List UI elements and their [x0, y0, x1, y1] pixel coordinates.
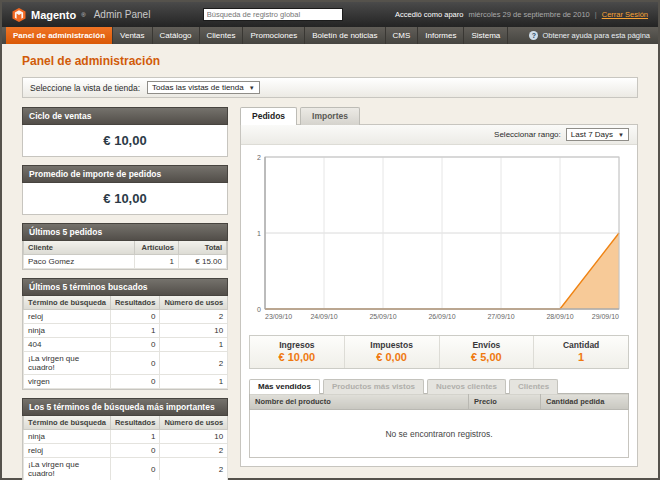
chart-tabs: Pedidos Importes — [240, 107, 638, 124]
nav-item-sales[interactable]: Ventas — [113, 27, 152, 44]
bestsellers-table: Nombre del producto Precio Cantidad pedi… — [249, 393, 629, 458]
last-search-table: Término de búsqueda Resultados Número de… — [23, 296, 228, 389]
column-header: Cliente — [24, 241, 135, 255]
store-view-bar: Seleccione la vista de tienda: Todas las… — [22, 77, 638, 98]
range-bar: Seleccionar rango: Last 7 Days ▼ — [241, 125, 637, 145]
store-view-label: Seleccione la vista de tienda: — [30, 83, 140, 93]
total-shipping: Envíos € 5,00 — [439, 336, 534, 368]
nav-item-customers[interactable]: Clientes — [200, 27, 244, 44]
total-tax: Impuestos € 0,00 — [344, 336, 439, 368]
lifetime-sales-title: Ciclo de ventas — [22, 107, 228, 125]
brand-name: Magento — [31, 9, 76, 21]
store-view-select[interactable]: Todas las vistas de tienda ▼ — [147, 81, 260, 94]
search-term-row[interactable]: ninja 1 10 — [24, 324, 228, 338]
column-header: Total — [179, 241, 227, 255]
column-header: Término de búsqueda — [24, 416, 111, 430]
svg-text:0: 0 — [257, 306, 261, 313]
global-search-input[interactable] — [203, 8, 343, 21]
svg-text:25/09/10: 25/09/10 — [369, 313, 396, 320]
nav-item-promotions[interactable]: Promociones — [243, 27, 305, 44]
logout-link[interactable]: Cerrar Sesión — [602, 10, 648, 19]
page-help-link[interactable]: ? Obtener ayuda para esta página — [521, 27, 658, 44]
last-orders-title: Últimos 5 pedidos — [22, 223, 228, 241]
order-row[interactable]: Paco Gomez 1 € 15.00 — [24, 255, 227, 269]
total-revenue: Ingresos € 10,00 — [250, 336, 344, 368]
svg-text:1: 1 — [257, 230, 261, 237]
top-header: Magento® Admin Panel Accedió como aparo … — [2, 2, 658, 27]
search-term-row[interactable]: reloj 0 2 — [24, 310, 228, 324]
product-tabs: Más vendidos Productos más vistos Nuevos… — [249, 379, 629, 393]
lifetime-sales-panel: Ciclo de ventas € 10,00 — [22, 107, 228, 157]
column-header: Cantidad pedida — [541, 394, 629, 410]
magento-logo-icon — [12, 8, 26, 22]
tab-amounts[interactable]: Importes — [300, 107, 360, 125]
top-search-table: Término de búsqueda Resultados Número de… — [23, 416, 228, 480]
magento-logo: Magento® Admin Panel — [12, 8, 150, 22]
tab-orders[interactable]: Pedidos — [240, 107, 297, 125]
range-select[interactable]: Last 7 Days ▼ — [566, 128, 629, 141]
store-view-selected: Todas las vistas de tienda — [152, 83, 244, 92]
search-term-row[interactable]: 404 0 1 — [24, 338, 228, 352]
column-header: Término de búsqueda — [24, 296, 111, 310]
empty-row: No se encontraron registros. — [250, 410, 629, 458]
average-orders-title: Promedio de importe de pedidos — [22, 165, 228, 183]
range-label: Seleccionar rango: — [494, 130, 561, 139]
logged-in-as: Accedió como aparo — [395, 10, 463, 19]
nav-item-newsletter[interactable]: Boletín de noticias — [305, 27, 385, 44]
column-header: Nombre del producto — [250, 394, 469, 410]
page-help-label: Obtener ayuda para esta página — [542, 31, 650, 40]
empty-message: No se encontraron registros. — [250, 410, 629, 458]
average-orders-value: € 10,00 — [23, 183, 227, 214]
last-orders-panel: Últimos 5 pedidos Cliente Artículos Tota… — [22, 223, 228, 270]
column-header: Número de usos — [160, 296, 228, 310]
column-header: Artículos — [135, 241, 179, 255]
nav-item-cms[interactable]: CMS — [386, 27, 419, 44]
current-date: miércoles 29 de septiembre de 2010 — [468, 10, 589, 19]
chevron-down-icon: ▼ — [618, 132, 624, 138]
svg-text:26/09/10: 26/09/10 — [428, 313, 455, 320]
dashboard-sidebar: Ciclo de ventas € 10,00 Promedio de impo… — [22, 107, 228, 480]
column-header: Resultados — [110, 296, 159, 310]
chart-panel: Seleccionar rango: Last 7 Days ▼ 01223/0… — [240, 124, 638, 467]
nav-item-dashboard[interactable]: Panel de administración — [6, 27, 113, 44]
tab-new-customers: Nuevos clientes — [427, 379, 506, 394]
svg-text:2: 2 — [257, 154, 261, 161]
dashboard-columns: Ciclo de ventas € 10,00 Promedio de impo… — [22, 107, 638, 480]
svg-text:27/09/10: 27/09/10 — [487, 313, 514, 320]
column-header: Precio — [469, 394, 541, 410]
main-nav: Panel de administración Ventas Catálogo … — [2, 27, 658, 44]
svg-text:24/09/10: 24/09/10 — [310, 313, 337, 320]
search-term-row[interactable]: reloj 0 2 — [24, 444, 228, 458]
tab-bestsellers[interactable]: Más vendidos — [249, 379, 320, 394]
last-search-title: Últimos 5 términos buscados — [22, 278, 228, 296]
search-term-row[interactable]: virgen 0 1 — [24, 375, 228, 389]
top-search-title: Los 5 términos de búsqueda más important… — [22, 398, 228, 416]
global-search-zone — [150, 8, 395, 21]
nav-item-catalog[interactable]: Catálogo — [153, 27, 200, 44]
header-account-area: Accedió como aparo miércoles 29 de septi… — [395, 10, 648, 19]
chevron-down-icon: ▼ — [249, 85, 255, 91]
dashboard-main: Pedidos Importes Seleccionar rango: Last… — [240, 107, 638, 467]
tab-customers: Clientes — [509, 379, 558, 394]
separator: | — [595, 10, 597, 19]
tab-most-viewed: Productos más vistos — [323, 379, 424, 394]
nav-item-system[interactable]: Sistema — [464, 27, 508, 44]
page-title: Panel de administración — [22, 54, 638, 68]
column-header: Número de usos — [160, 416, 228, 430]
total-quantity: Cantidad 1 — [533, 336, 628, 368]
search-term-row[interactable]: ninja 1 10 — [24, 430, 228, 444]
question-mark-icon: ? — [529, 31, 538, 40]
svg-text:29/09/10: 29/09/10 — [592, 313, 619, 320]
orders-chart-wrap: 01223/09/1024/09/1025/09/1026/09/1027/09… — [241, 145, 637, 327]
content-area: Panel de administración Seleccione la vi… — [2, 44, 658, 480]
nav-item-reports[interactable]: Informes — [418, 27, 464, 44]
column-header: Resultados — [110, 416, 159, 430]
range-selected: Last 7 Days — [571, 130, 613, 139]
svg-text:28/09/10: 28/09/10 — [546, 313, 573, 320]
last-orders-table: Cliente Artículos Total Paco Gomez 1 € 1… — [23, 241, 227, 269]
orders-chart: 01223/09/1024/09/1025/09/1026/09/1027/09… — [249, 151, 627, 323]
search-term-row[interactable]: ¡La virgen que cuadro! 0 2 — [24, 352, 228, 375]
search-term-row[interactable]: ¡La virgen que cuadro! 0 2 — [24, 458, 228, 480]
registered-mark: ® — [81, 12, 85, 18]
brand-suffix: Admin Panel — [94, 9, 151, 20]
